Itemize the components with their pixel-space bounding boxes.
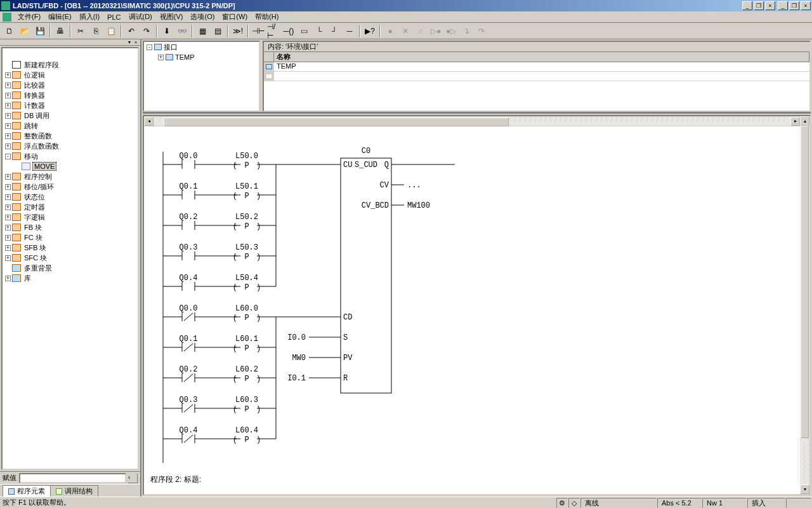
tree-item[interactable]: +SFC 块	[3, 253, 138, 263]
redo-button[interactable]: ↷	[140, 24, 154, 38]
goto-button[interactable]: ≫!	[231, 24, 245, 38]
interface-temp[interactable]: +TEMP	[144, 52, 259, 62]
document-icon[interactable]	[3, 13, 11, 22]
bp-next-button[interactable]: ▷●	[429, 24, 443, 38]
monitor-button[interactable]: 👓	[175, 24, 189, 38]
open-button[interactable]: 📂	[18, 24, 32, 38]
right-panel: -接口 +TEMP 内容: '环境\接口' 名称 TEMP ◂ ▸	[141, 39, 812, 497]
bp-enable-button[interactable]: ○	[414, 24, 428, 38]
menu-file[interactable]: 文件(F)	[14, 12, 44, 22]
step-into-button[interactable]: ↴	[459, 24, 473, 38]
copy-button[interactable]: ⎘	[89, 24, 103, 38]
svg-text:(: (	[233, 222, 237, 231]
assign-input[interactable]	[19, 473, 126, 483]
pin-icon[interactable]: ▾	[126, 40, 133, 45]
menu-edit[interactable]: 编辑(E)	[44, 12, 75, 22]
tree-item[interactable]: 新建程序段	[3, 60, 138, 70]
box-button[interactable]: ▭	[297, 24, 311, 38]
tree-item[interactable]: -移动	[3, 151, 138, 161]
menu-view[interactable]: 视图(V)	[156, 12, 187, 22]
save-button[interactable]: 💾	[33, 24, 47, 38]
tree-item[interactable]: +整数函数	[3, 131, 138, 141]
cut-button[interactable]: ✂	[74, 24, 88, 38]
reference-button[interactable]: ▤	[211, 24, 225, 38]
tab-call-structure[interactable]: 调用结构	[50, 485, 98, 497]
tree-item[interactable]: +DB 调用	[3, 110, 138, 121]
assign-label: 赋值	[3, 473, 16, 483]
horizontal-scrollbar[interactable]: ◂ ▸	[144, 116, 800, 126]
tree-item[interactable]: MOVE	[3, 161, 138, 171]
tree-item[interactable]: +跳转	[3, 121, 138, 131]
close-button[interactable]: ×	[801, 1, 811, 10]
paste-button[interactable]: 📋	[104, 24, 118, 38]
svg-text:): )	[256, 375, 261, 384]
var-icon	[266, 64, 272, 69]
svg-line-95	[184, 404, 193, 412]
tree-item[interactable]: +字逻辑	[3, 212, 138, 222]
scroll-down-button[interactable]: ▾	[800, 485, 809, 494]
menu-help[interactable]: 帮助(H)	[251, 12, 282, 22]
menu-insert[interactable]: 插入(I)	[75, 12, 103, 22]
interface-root[interactable]: -接口	[144, 42, 259, 52]
coil-button[interactable]: ─()	[282, 24, 296, 38]
interface-tree[interactable]: -接口 +TEMP	[143, 41, 260, 112]
tree-item[interactable]: +FC 块	[3, 232, 138, 243]
scroll-right-button[interactable]: ▸	[790, 117, 800, 126]
svg-text:L60.0: L60.0	[235, 304, 258, 313]
help-pointer-button[interactable]: ▶?	[363, 24, 377, 38]
vscroll-thumb[interactable]	[801, 126, 809, 438]
print-button[interactable]: 🖶	[53, 24, 67, 38]
interface-table-body[interactable]: TEMP	[264, 62, 809, 110]
mdi-close-button[interactable]: ×	[765, 1, 775, 10]
tab-program-elements[interactable]: 程序元素	[3, 485, 51, 497]
menu-debug[interactable]: 调试(D)	[125, 12, 156, 22]
mdi-minimize-button[interactable]: _	[742, 1, 752, 10]
tree-item[interactable]: 多重背景	[3, 263, 138, 273]
tree-item[interactable]: +浮点数函数	[3, 141, 138, 151]
app-icon	[1, 1, 10, 10]
contact-nc-button[interactable]: ⊣/⊢	[266, 24, 280, 38]
hscroll-thumb[interactable]	[164, 117, 509, 126]
tree-item[interactable]: +计数器	[3, 100, 138, 110]
bp-resume-button[interactable]: ●▷	[444, 24, 458, 38]
mdi-restore-button[interactable]: ❐	[754, 1, 764, 10]
vertical-scrollbar[interactable]: ▴ ▾	[800, 116, 809, 494]
scroll-up-button[interactable]: ▴	[800, 116, 809, 126]
element-tree[interactable]: 新建程序段+位逻辑+比较器+转换器+计数器+DB 调用+跳转+整数函数+浮点数函…	[1, 47, 139, 470]
catalog-button[interactable]: ▦	[195, 24, 209, 38]
branch-close-button[interactable]: ┘	[327, 24, 341, 38]
ladder-content[interactable]: Q0.0L50.0(P)Q0.1L50.1(P)Q0.2L50.2(P)Q0.3…	[144, 126, 800, 494]
menu-options[interactable]: 选项(O)	[187, 12, 218, 22]
tree-item[interactable]: +位逻辑	[3, 70, 138, 80]
ladder-diagram[interactable]: Q0.0L50.0(P)Q0.1L50.1(P)Q0.2L50.2(P)Q0.3…	[150, 133, 607, 476]
contact-no-button[interactable]: ⊣⊢	[251, 24, 265, 38]
table-row[interactable]: TEMP	[264, 62, 809, 72]
menu-plc[interactable]: PLC	[103, 13, 124, 21]
step-over-button[interactable]: ↷	[475, 24, 488, 38]
tree-item[interactable]: +比较器	[3, 80, 138, 90]
bp-set-button[interactable]: ●	[383, 24, 397, 38]
table-row-empty[interactable]	[264, 72, 809, 81]
tree-item[interactable]: +程序控制	[3, 171, 138, 182]
panel-close-icon[interactable]: ×	[133, 40, 139, 45]
minimize-button[interactable]: _	[778, 1, 788, 10]
undo-button[interactable]: ↶	[124, 24, 138, 38]
connection-button[interactable]: ─	[343, 24, 357, 38]
folder-icon	[12, 203, 21, 211]
tree-item[interactable]: +FB 块	[3, 222, 138, 232]
ladder-editor[interactable]: ◂ ▸ ▴ ▾ Q0.0L50.0(P)Q0.1L50.1(P)Q0.2L50.…	[143, 115, 811, 495]
scroll-left-button[interactable]: ◂	[144, 117, 154, 126]
tree-item[interactable]: +状态位	[3, 192, 138, 202]
new-button[interactable]: 🗋	[3, 24, 16, 38]
restore-button[interactable]: ❐	[789, 1, 799, 10]
tree-item[interactable]: +移位/循环	[3, 182, 138, 192]
branch-open-button[interactable]: └	[312, 24, 326, 38]
tree-item[interactable]: +库	[3, 273, 138, 283]
menu-window[interactable]: 窗口(W)	[218, 12, 251, 22]
tree-item[interactable]: +SFB 块	[3, 243, 138, 253]
tree-item[interactable]: +转换器	[3, 90, 138, 100]
download-button[interactable]: ⬇	[160, 24, 174, 38]
tree-item[interactable]: +定时器	[3, 202, 138, 212]
bp-delete-button[interactable]: ✕	[398, 24, 412, 38]
assign-expand-button[interactable]: ‹	[128, 473, 138, 483]
